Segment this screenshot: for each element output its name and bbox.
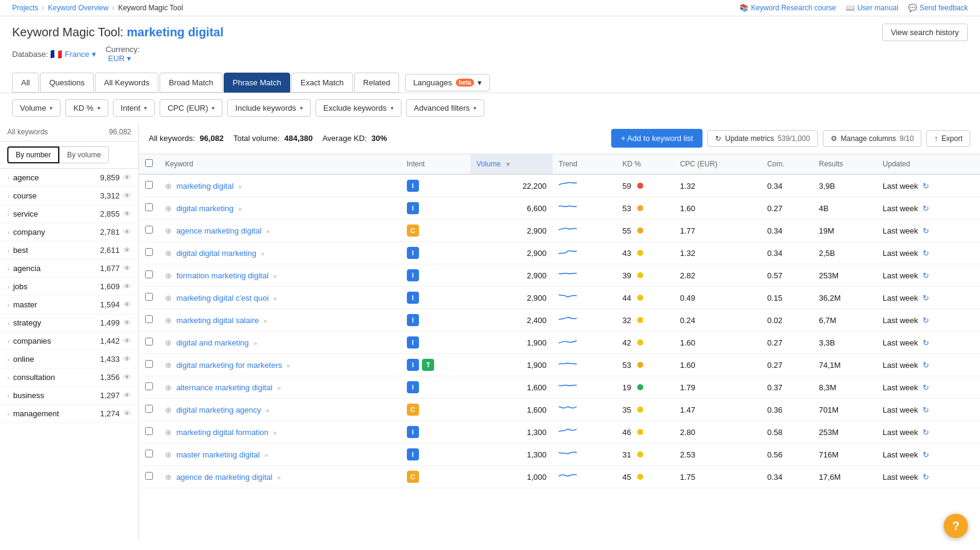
send-feedback-link[interactable]: 💬 Send feedback (908, 4, 968, 12)
by-volume-button[interactable]: By volume (59, 146, 109, 163)
row-checkbox[interactable] (145, 450, 153, 457)
keyword-link[interactable]: digital digital marketing (177, 249, 256, 258)
select-all-checkbox[interactable] (145, 159, 153, 167)
sidebar-item[interactable]: › agence 9,859 👁 (0, 169, 138, 187)
eye-icon[interactable]: 👁 (123, 228, 131, 237)
filter-include-keywords[interactable]: Include keywords ▾ (227, 99, 310, 117)
sidebar-item[interactable]: › companies 1,442 👁 (0, 332, 138, 350)
eye-icon[interactable]: 👁 (123, 209, 131, 218)
sidebar-item[interactable]: › online 1,433 👁 (0, 350, 138, 368)
th-keyword[interactable]: Keyword (159, 154, 401, 174)
keyword-link[interactable]: agence de marketing digital (177, 473, 273, 482)
update-metrics-button[interactable]: ↻ Update metrics 539/1,000 (707, 130, 817, 147)
refresh-icon[interactable]: ↻ (923, 316, 929, 325)
keyword-link[interactable]: digital and marketing (177, 338, 249, 347)
refresh-icon[interactable]: ↻ (923, 473, 929, 482)
filter-advanced[interactable]: Advanced filters ▾ (406, 99, 485, 117)
row-checkbox[interactable] (145, 382, 153, 390)
refresh-icon[interactable]: ↻ (923, 383, 929, 392)
tab-phrase-match[interactable]: Phrase Match (224, 73, 290, 93)
filter-exclude-keywords[interactable]: Exclude keywords ▾ (316, 99, 401, 117)
refresh-icon[interactable]: ↻ (923, 450, 929, 459)
keyword-link[interactable]: agence marketing digital (177, 226, 262, 235)
refresh-icon[interactable]: ↻ (923, 405, 929, 414)
eye-icon[interactable]: 👁 (123, 391, 131, 400)
refresh-icon[interactable]: ↻ (923, 182, 929, 191)
view-history-button[interactable]: View search history (882, 24, 968, 41)
keyword-link[interactable]: digital marketing agency (177, 405, 261, 414)
refresh-icon[interactable]: ↻ (923, 361, 929, 370)
refresh-icon[interactable]: ↻ (923, 226, 929, 235)
row-checkbox[interactable] (145, 360, 153, 368)
row-checkbox[interactable] (145, 315, 153, 323)
user-manual-link[interactable]: 📖 User manual (846, 4, 898, 12)
row-checkbox[interactable] (145, 270, 153, 278)
tab-exact-match[interactable]: Exact Match (291, 73, 353, 93)
th-intent[interactable]: Intent (401, 154, 470, 174)
breadcrumb-projects[interactable]: Projects (12, 4, 38, 12)
tab-questions[interactable]: Questions (40, 73, 94, 93)
filter-intent[interactable]: Intent ▾ (113, 99, 155, 117)
eye-icon[interactable]: 👁 (123, 409, 131, 418)
keyword-research-course-link[interactable]: 📚 Keyword Research course (739, 4, 836, 12)
row-checkbox[interactable] (145, 203, 153, 211)
add-to-keyword-list-button[interactable]: + Add to keyword list (611, 129, 703, 148)
row-checkbox[interactable] (145, 181, 153, 189)
tab-broad-match[interactable]: Broad Match (160, 73, 222, 93)
keyword-link[interactable]: marketing digital (177, 182, 234, 191)
sidebar-item[interactable]: › course 3,312 👁 (0, 187, 138, 205)
tab-all[interactable]: All (12, 73, 39, 93)
row-checkbox[interactable] (145, 248, 153, 256)
refresh-icon[interactable]: ↻ (923, 271, 929, 280)
tab-related[interactable]: Related (354, 73, 400, 93)
th-trend[interactable]: Trend (553, 154, 617, 174)
refresh-icon[interactable]: ↻ (923, 293, 929, 303)
sidebar-item[interactable]: › agencia 1,677 👁 (0, 260, 138, 278)
country-dropdown[interactable]: France ▾ (65, 50, 96, 59)
tab-all-keywords[interactable]: All Keywords (95, 73, 158, 93)
th-volume[interactable]: Volume ▼ (470, 154, 553, 174)
refresh-icon[interactable]: ↻ (923, 338, 929, 347)
th-cpc[interactable]: CPC (EUR) (674, 154, 761, 174)
by-number-button[interactable]: By number (7, 146, 59, 163)
refresh-icon[interactable]: ↻ (923, 428, 929, 437)
filter-cpc[interactable]: CPC (EUR) ▾ (160, 99, 222, 117)
breadcrumb-keyword-overview[interactable]: Keyword Overview (48, 4, 108, 12)
keyword-link[interactable]: marketing digital c'est quoi (177, 293, 269, 303)
row-checkbox[interactable] (145, 405, 153, 413)
eye-icon[interactable]: 👁 (123, 355, 131, 364)
sidebar-item[interactable]: › management 1,274 👁 (0, 405, 138, 423)
refresh-icon[interactable]: ↻ (923, 249, 929, 258)
refresh-icon[interactable]: ↻ (923, 204, 929, 213)
row-checkbox[interactable] (145, 293, 153, 301)
keyword-link[interactable]: marketing digital formation (177, 428, 268, 437)
sidebar-item[interactable]: › master 1,594 👁 (0, 296, 138, 314)
th-results[interactable]: Results (813, 154, 877, 174)
row-checkbox[interactable] (145, 472, 153, 480)
sidebar-item[interactable]: › service 2,855 👁 (0, 205, 138, 223)
th-kd[interactable]: KD % (617, 154, 674, 174)
eye-icon[interactable]: 👁 (123, 173, 131, 182)
filter-volume[interactable]: Volume ▾ (12, 99, 60, 117)
eye-icon[interactable]: 👁 (123, 264, 131, 273)
eye-icon[interactable]: 👁 (123, 282, 131, 291)
sidebar-item[interactable]: › company 2,781 👁 (0, 223, 138, 241)
keyword-link[interactable]: digital marketing (177, 204, 234, 213)
export-button[interactable]: ↑ Export (926, 130, 970, 147)
manage-columns-button[interactable]: ⚙ Manage columns 9/10 (823, 130, 922, 147)
eye-icon[interactable]: 👁 (123, 336, 131, 345)
currency-dropdown[interactable]: EUR ▾ (108, 54, 140, 63)
keyword-link[interactable]: marketing digital salaire (177, 316, 259, 325)
filter-kd[interactable]: KD % ▾ (65, 99, 108, 117)
keyword-link[interactable]: alternance marketing digital (177, 383, 273, 392)
eye-icon[interactable]: 👁 (123, 373, 131, 382)
eye-icon[interactable]: 👁 (123, 246, 131, 255)
sidebar-item[interactable]: › best 2,611 👁 (0, 241, 138, 260)
keyword-link[interactable]: formation marketing digital (177, 271, 268, 280)
row-checkbox[interactable] (145, 226, 153, 234)
languages-button[interactable]: Languages beta ▾ (405, 74, 490, 91)
sidebar-item[interactable]: › consultation 1,356 👁 (0, 368, 138, 387)
eye-icon[interactable]: 👁 (123, 191, 131, 200)
sidebar-item[interactable]: › business 1,297 👁 (0, 387, 138, 405)
sidebar-item[interactable]: › jobs 1,609 👁 (0, 278, 138, 296)
